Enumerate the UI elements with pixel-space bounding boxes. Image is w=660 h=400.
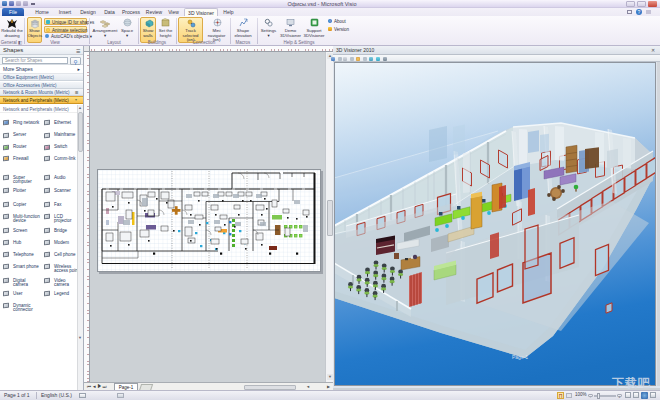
svg-text:Page-1: Page-1 — [512, 354, 528, 360]
